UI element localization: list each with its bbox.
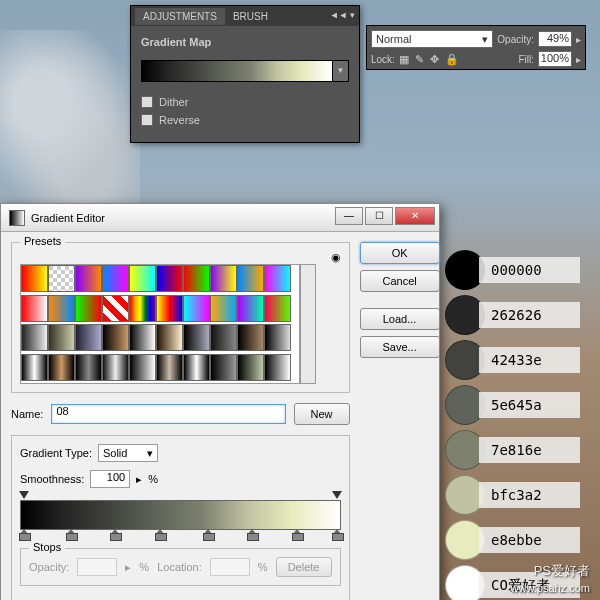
panel-header[interactable]: ADJUSTMENTS BRUSH ◄◄ ▾ xyxy=(131,6,359,26)
save-button[interactable]: Save... xyxy=(360,336,440,358)
swatch-row: e8ebbe xyxy=(445,520,580,560)
preset-swatch[interactable] xyxy=(264,295,291,322)
tab-brush[interactable]: BRUSH xyxy=(225,8,276,25)
preset-swatch[interactable] xyxy=(156,354,183,381)
arrow-icon[interactable]: ▸ xyxy=(136,473,142,486)
watermark-logo: PS爱好者 xyxy=(534,562,590,580)
dither-checkbox[interactable] xyxy=(141,96,153,108)
ok-button[interactable]: OK xyxy=(360,242,440,264)
opacity-stop[interactable] xyxy=(332,491,342,501)
gradient-edit-bar[interactable] xyxy=(20,500,341,530)
lock-paint-icon[interactable]: ✎ xyxy=(415,53,424,66)
minimize-button[interactable]: — xyxy=(335,207,363,225)
swatch-row: 7e816e xyxy=(445,430,580,470)
preset-swatch[interactable] xyxy=(75,324,102,351)
preset-swatch[interactable] xyxy=(237,354,264,381)
arrow-icon[interactable]: ▸ xyxy=(576,54,581,65)
fill-input[interactable]: 100% xyxy=(538,51,572,67)
presets-menu-icon[interactable]: ◉ xyxy=(331,251,341,264)
preset-swatch[interactable] xyxy=(129,265,156,292)
color-stop[interactable] xyxy=(19,529,29,541)
preset-swatch[interactable] xyxy=(102,295,129,322)
preset-swatch[interactable] xyxy=(183,324,210,351)
preset-swatch[interactable] xyxy=(75,265,102,292)
arrow-icon[interactable]: ▸ xyxy=(576,34,581,45)
panel-menu-icon[interactable]: ◄◄ ▾ xyxy=(330,10,355,20)
preset-swatch[interactable] xyxy=(102,265,129,292)
adjustments-panel: ADJUSTMENTS BRUSH ◄◄ ▾ Gradient Map ▼ Di… xyxy=(130,5,360,143)
color-stop[interactable] xyxy=(292,529,302,541)
preset-swatch[interactable] xyxy=(264,354,291,381)
window-titlebar[interactable]: Gradient Editor — ☐ ✕ xyxy=(1,204,439,232)
swatch-label: e8ebbe xyxy=(479,527,580,553)
color-stop[interactable] xyxy=(110,529,120,541)
preset-swatch[interactable] xyxy=(156,265,183,292)
close-button[interactable]: ✕ xyxy=(395,207,435,225)
stop-location-label: Location: xyxy=(157,561,202,573)
load-button[interactable]: Load... xyxy=(360,308,440,330)
preset-swatch[interactable] xyxy=(183,265,210,292)
gradient-dropdown-icon[interactable]: ▼ xyxy=(333,60,349,82)
preset-swatch[interactable] xyxy=(102,354,129,381)
preset-swatch[interactable] xyxy=(75,354,102,381)
preset-swatch[interactable] xyxy=(102,324,129,351)
preset-swatch[interactable] xyxy=(48,354,75,381)
gradient-preview[interactable] xyxy=(141,60,333,82)
lock-all-icon[interactable]: 🔒 xyxy=(445,53,459,66)
preset-swatch[interactable] xyxy=(264,265,291,292)
window-title: Gradient Editor xyxy=(31,212,105,224)
preset-swatch[interactable] xyxy=(264,324,291,351)
preset-swatch[interactable] xyxy=(75,295,102,322)
preset-swatch[interactable] xyxy=(237,324,264,351)
reverse-checkbox[interactable] xyxy=(141,114,153,126)
color-stop[interactable] xyxy=(203,529,213,541)
preset-swatch[interactable] xyxy=(210,354,237,381)
tab-adjustments[interactable]: ADJUSTMENTS xyxy=(135,8,225,25)
color-stop[interactable] xyxy=(247,529,257,541)
preset-swatch[interactable] xyxy=(183,354,210,381)
preset-swatch[interactable] xyxy=(237,265,264,292)
preset-swatch[interactable] xyxy=(21,295,48,322)
preset-swatch[interactable] xyxy=(210,324,237,351)
preset-swatch[interactable] xyxy=(21,324,48,351)
preset-swatch[interactable] xyxy=(210,265,237,292)
lock-position-icon[interactable]: ✥ xyxy=(430,53,439,66)
blend-mode-select[interactable]: Normal▾ xyxy=(371,30,493,48)
maximize-button[interactable]: ☐ xyxy=(365,207,393,225)
preset-swatch[interactable] xyxy=(129,295,156,322)
new-button[interactable]: New xyxy=(294,403,350,425)
app-icon xyxy=(9,210,25,226)
swatch-row: bfc3a2 xyxy=(445,475,580,515)
name-input[interactable]: 08 xyxy=(51,404,285,424)
color-stop[interactable] xyxy=(332,529,342,541)
preset-swatch[interactable] xyxy=(21,354,48,381)
preset-swatch[interactable] xyxy=(48,324,75,351)
swatch-row: 262626 xyxy=(445,295,580,335)
scrollbar[interactable] xyxy=(300,264,316,384)
preset-swatch[interactable] xyxy=(48,265,75,292)
preset-swatch[interactable] xyxy=(183,295,210,322)
lock-transparency-icon[interactable]: ▦ xyxy=(399,53,409,66)
gradient-type-fieldset: Gradient Type: Solid▾ Smoothness: 100 ▸ … xyxy=(11,435,350,600)
smoothness-input[interactable]: 100 xyxy=(90,470,130,488)
chevron-down-icon: ▾ xyxy=(147,447,153,460)
preset-swatch[interactable] xyxy=(237,295,264,322)
preset-swatch[interactable] xyxy=(48,295,75,322)
swatch-label: 5e645a xyxy=(479,392,580,418)
preset-swatch[interactable] xyxy=(156,295,183,322)
swatch-row: 5e645a xyxy=(445,385,580,425)
opacity-label: Opacity: xyxy=(497,34,534,45)
preset-swatch[interactable] xyxy=(210,295,237,322)
preset-swatch[interactable] xyxy=(129,354,156,381)
color-stop[interactable] xyxy=(155,529,165,541)
opacity-input[interactable]: 49% xyxy=(538,31,572,47)
stops-legend: Stops xyxy=(29,541,65,553)
opacity-stop[interactable] xyxy=(19,491,29,501)
cancel-button[interactable]: Cancel xyxy=(360,270,440,292)
gradient-type-select[interactable]: Solid▾ xyxy=(98,444,158,462)
preset-swatch[interactable] xyxy=(156,324,183,351)
preset-swatch[interactable] xyxy=(21,265,48,292)
color-stop[interactable] xyxy=(66,529,76,541)
preset-swatch[interactable] xyxy=(129,324,156,351)
smoothness-label: Smoothness: xyxy=(20,473,84,485)
